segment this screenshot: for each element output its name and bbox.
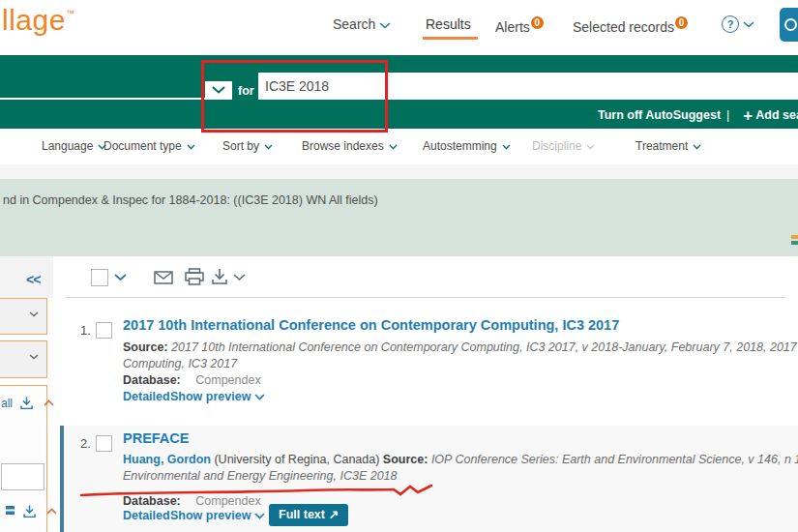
result-title-link[interactable]: 2017 10th International Conference on Co… — [123, 317, 619, 333]
chevron-down-icon[interactable] — [233, 274, 246, 281]
result-source-line2: Environmental and Energy Engineering, IC… — [123, 469, 798, 483]
download-icon[interactable] — [23, 505, 36, 517]
chevron-down-icon[interactable] — [114, 274, 127, 281]
select-all-link[interactable]: all — [1, 397, 13, 410]
filter-treatment[interactable]: Treatment — [635, 139, 701, 153]
result-checkbox[interactable] — [96, 435, 112, 452]
sidebar-collapse-button[interactable]: << — [26, 272, 40, 287]
alerts-count-badge: 0 — [531, 16, 544, 29]
filter-autostemming[interactable]: Autostemming — [423, 139, 511, 153]
person-icon — [784, 18, 797, 31]
active-tab-underline — [423, 37, 478, 40]
show-preview-link[interactable]: Show preview — [170, 390, 265, 403]
tab-results[interactable]: Results — [426, 16, 471, 32]
chevron-down-icon — [389, 144, 398, 150]
full-text-button[interactable]: Full text ↗ — [269, 504, 348, 526]
chevron-down-icon — [187, 144, 195, 150]
show-preview-link[interactable]: Show preview — [170, 509, 265, 522]
annotation-underline — [77, 483, 440, 500]
chevron-up-icon[interactable] — [46, 508, 57, 515]
chevron-down-icon — [29, 354, 39, 360]
chevron-down-icon — [502, 144, 511, 150]
filter-language[interactable]: Language — [42, 139, 106, 153]
chevron-down-icon — [379, 22, 391, 29]
chevron-down-icon — [254, 513, 265, 519]
header-action-button[interactable] — [780, 8, 798, 42]
result-number: 1. — [80, 323, 91, 338]
email-icon[interactable] — [154, 271, 173, 284]
save-search-icon[interactable] — [791, 235, 798, 249]
filter-discipline-disabled: Discipline — [532, 139, 595, 153]
search-field-underline — [0, 98, 232, 100]
spacer-band — [0, 164, 798, 179]
turn-off-autosuggest-link[interactable]: Turn off AutoSuggest — [598, 108, 721, 122]
nav-alerts[interactable]: Alerts0 — [495, 16, 544, 35]
add-search-link[interactable]: Add search — [755, 108, 798, 122]
facet-dropdown-1[interactable] — [0, 298, 47, 335]
external-link-icon: ↗ — [328, 508, 338, 521]
detailed-link[interactable]: Detailed — [123, 390, 170, 403]
result-database-row: Database: Compendex — [123, 373, 798, 387]
chevron-down-icon — [586, 144, 595, 150]
select-all-checkbox[interactable] — [91, 269, 108, 286]
filter-browse-indexes[interactable]: Browse indexes — [302, 139, 398, 153]
help-icon: ? — [722, 15, 739, 33]
result-checkbox[interactable] — [96, 322, 112, 339]
result-author-source-line: Huang, Gordon (University of Regina, Can… — [123, 453, 798, 466]
print-icon[interactable] — [185, 268, 204, 285]
autosuggest-controls: Turn off AutoSuggest|+Add search — [598, 106, 798, 126]
results-summary-bar — [0, 179, 798, 256]
engineering-village-results-page: llage™ Search Results Alerts0 Selected r… — [0, 0, 798, 532]
list-icon[interactable] — [5, 505, 15, 516]
download-icon[interactable] — [20, 397, 33, 409]
plus-icon: + — [743, 106, 753, 125]
facet-search-input[interactable] — [1, 463, 44, 490]
author-link[interactable]: Huang, Gordon — [123, 453, 211, 466]
chevron-down-icon — [254, 394, 265, 400]
nav-selected-records[interactable]: Selected records0 — [573, 16, 688, 35]
result-source-line: Source: 2017 10th International Conferen… — [123, 340, 798, 354]
toolbar-divider — [65, 297, 785, 298]
filter-document-type[interactable]: Document type — [103, 139, 195, 153]
trademark-symbol: ™ — [66, 9, 74, 18]
annotation-rectangle — [201, 60, 388, 133]
brand-logo[interactable]: llage™ — [2, 4, 74, 37]
results-summary-text: nd in Compendex & Inspec for 1884-2018: … — [3, 193, 378, 207]
download-icon[interactable] — [212, 268, 227, 284]
result-number: 2. — [80, 436, 91, 451]
chevron-down-icon — [693, 144, 701, 150]
facet-panel: all — [0, 385, 47, 532]
facet-dropdown-2[interactable] — [0, 340, 47, 378]
result-title-link[interactable]: PREFACE — [123, 430, 190, 446]
chevron-down-icon — [743, 21, 754, 28]
selected-count-badge: 0 — [675, 16, 688, 29]
detailed-link[interactable]: Detailed — [123, 509, 170, 522]
chevron-down-icon — [264, 144, 273, 150]
chevron-up-icon[interactable] — [44, 399, 54, 406]
chevron-down-icon — [29, 311, 39, 317]
help-menu[interactable]: ? — [722, 15, 754, 33]
nav-search-menu[interactable]: Search — [333, 16, 391, 32]
result-source-line2: Computing, IC3 2017 — [123, 357, 798, 370]
filter-sort-by[interactable]: Sort by — [222, 139, 273, 153]
